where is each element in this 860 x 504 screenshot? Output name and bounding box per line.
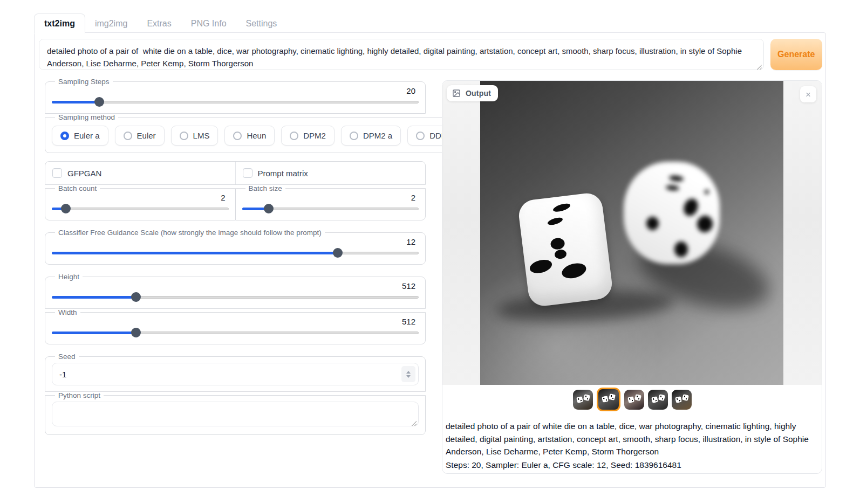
height-field: Height 512: [45, 273, 426, 309]
sampler-option-label: Euler a: [74, 131, 100, 140]
batch-size-field: Batch size 2: [235, 184, 426, 220]
generated-image[interactable]: [480, 81, 783, 385]
caption-parameters: Steps: 20, Sampler: Euler a, CFG scale: …: [446, 459, 816, 471]
python-script-field: Python script: [45, 391, 426, 435]
output-header-chip: Output: [447, 85, 498, 101]
batch-size-slider[interactable]: [242, 203, 419, 214]
batch-group: GFPGAN Prompt matrix Batch count 2: [45, 161, 426, 220]
close-button[interactable]: ×: [800, 86, 816, 102]
height-slider-knob[interactable]: [131, 292, 141, 302]
python-script-label: Python script: [55, 391, 104, 399]
gallery-thumbnail-5[interactable]: [672, 390, 692, 410]
number-stepper[interactable]: [401, 366, 415, 382]
batch-size-label: Batch size: [245, 184, 285, 192]
batch-size-slider-knob[interactable]: [264, 204, 274, 213]
image-icon: [452, 89, 461, 98]
radio-icon[interactable]: [60, 132, 69, 140]
prompt-input[interactable]: detailed photo of a pair of white die on…: [39, 39, 764, 70]
sampling-steps-value: 20: [51, 86, 420, 96]
gallery-thumbnail-3[interactable]: [624, 390, 644, 410]
checkbox-row: GFPGAN Prompt matrix: [45, 161, 426, 185]
batch-count-label: Batch count: [55, 184, 100, 192]
output-label: Output: [466, 89, 491, 98]
sampler-option-label: Euler: [137, 131, 156, 140]
width-slider-knob[interactable]: [131, 328, 141, 337]
sampler-option-dpm2[interactable]: DPM2: [281, 126, 335, 146]
caption-prompt: detailed photo of a pair of white die on…: [446, 420, 816, 458]
width-slider[interactable]: [52, 327, 419, 338]
gallery-thumbnail-4[interactable]: [648, 390, 668, 410]
sampling-steps-slider-knob[interactable]: [94, 97, 104, 107]
width-value: 512: [51, 316, 420, 327]
sampling-steps-field: Sampling Steps 20: [45, 78, 426, 114]
prompt-matrix-checkbox[interactable]: [243, 168, 252, 178]
seed-label: Seed: [55, 353, 79, 361]
python-script-input[interactable]: [52, 402, 419, 426]
batch-count-value: 2: [51, 192, 230, 203]
width-label: Width: [55, 308, 80, 316]
seed-input[interactable]: [52, 363, 419, 385]
batch-count-slider[interactable]: [52, 203, 229, 214]
seed-group: Seed Python script: [45, 353, 426, 435]
size-group: Height 512 Width 512: [45, 273, 426, 344]
main-panel: detailed photo of a pair of white die on…: [34, 32, 826, 488]
stepper-up-icon[interactable]: [406, 371, 411, 374]
radio-icon[interactable]: [124, 132, 132, 140]
cfg-group: Classifier Free Guidance Scale (how stro…: [45, 229, 426, 265]
batch-count-field: Batch count 2: [45, 184, 236, 220]
gfpgan-label: GFPGAN: [67, 169, 101, 178]
radio-icon[interactable]: [290, 132, 298, 140]
gallery-backdrop-left: [442, 81, 480, 385]
tab-settings[interactable]: Settings: [236, 14, 287, 33]
sampling-steps-slider[interactable]: [52, 96, 419, 107]
radio-icon[interactable]: [180, 132, 188, 140]
prompt-matrix-label: Prompt matrix: [258, 169, 308, 178]
sampler-option-dpm2-a[interactable]: DPM2 a: [341, 126, 401, 146]
sampling-steps-label: Sampling Steps: [55, 78, 113, 86]
generate-button[interactable]: Generate: [770, 39, 822, 70]
gallery-backdrop-right: [782, 81, 822, 385]
radio-icon[interactable]: [233, 132, 242, 140]
prompt-matrix-checkbox-cell[interactable]: Prompt matrix: [235, 162, 426, 184]
tab-bar: txt2imgimg2imgExtrasPNG InfoSettings: [34, 13, 286, 33]
thumbnail-strip: [442, 385, 822, 414]
generation-info: detailed photo of a pair of white die on…: [442, 414, 822, 474]
gallery-thumbnail-1[interactable]: [573, 390, 593, 410]
cfg-slider[interactable]: [52, 247, 419, 258]
gallery-thumbnail-2[interactable]: [597, 388, 620, 411]
sampler-option-label: LMS: [193, 131, 210, 140]
cfg-label: Classifier Free Guidance Scale (how stro…: [55, 229, 325, 237]
batch-count-slider-knob[interactable]: [61, 204, 71, 213]
tab-img2img[interactable]: img2img: [85, 14, 137, 33]
tab-png-info[interactable]: PNG Info: [181, 14, 236, 33]
die-sharp: [517, 191, 614, 308]
output-panel: Output × detailed photo of a pair of whi…: [442, 80, 822, 474]
tab-extras[interactable]: Extras: [137, 14, 181, 33]
sampling-group: Sampling Steps 20 Sampling method Euler …: [45, 78, 426, 153]
gfpgan-checkbox[interactable]: [52, 168, 62, 178]
sampler-option-euler[interactable]: Euler: [115, 126, 165, 146]
cfg-field: Classifier Free Guidance Scale (how stro…: [45, 229, 426, 265]
cfg-value: 12: [51, 237, 420, 247]
sampler-option-heun[interactable]: Heun: [224, 126, 275, 146]
batch-size-value: 2: [241, 192, 420, 203]
sampler-option-lms[interactable]: LMS: [171, 126, 219, 146]
width-field: Width 512: [45, 308, 426, 344]
prompt-row: detailed photo of a pair of white die on…: [39, 39, 822, 72]
sampler-option-label: DPM2: [303, 131, 326, 140]
height-value: 512: [51, 281, 420, 292]
radio-icon[interactable]: [416, 132, 425, 140]
sampler-option-euler-a[interactable]: Euler a: [52, 126, 108, 146]
seed-field: Seed: [45, 353, 426, 392]
die-blurred: [624, 162, 720, 264]
radio-icon[interactable]: [350, 132, 358, 140]
gfpgan-checkbox-cell[interactable]: GFPGAN: [45, 162, 235, 184]
output-gallery: Output ×: [442, 81, 822, 385]
stepper-down-icon[interactable]: [406, 375, 411, 378]
tab-txt2img[interactable]: txt2img: [34, 13, 85, 33]
height-slider[interactable]: [52, 292, 419, 302]
sampler-option-label: Heun: [247, 131, 266, 140]
cfg-slider-knob[interactable]: [333, 248, 343, 258]
sampler-option-label: DPM2 a: [363, 131, 392, 140]
controls-column: Sampling Steps 20 Sampling method Euler …: [45, 78, 426, 443]
